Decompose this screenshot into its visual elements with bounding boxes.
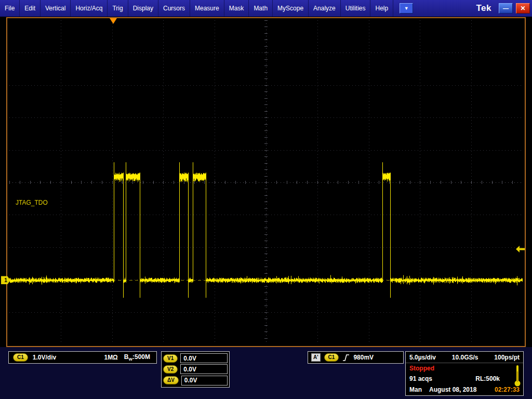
horizontal-readout[interactable]: 5.0µs/div 10.0GS/s 100ps/pt	[406, 352, 523, 363]
menu-item-edit[interactable]: Edit	[20, 0, 41, 17]
chevron-down-icon: ▼	[404, 6, 409, 11]
menu-item-utilities[interactable]: Utilities	[341, 0, 371, 17]
cursor-badge: V2	[163, 365, 178, 374]
trigger-event-badge: A'	[311, 353, 321, 362]
menu-bar: FileEditVerticalHoriz/AcqTrigDisplayCurs…	[0, 0, 532, 17]
channel-bandwidth: BW:500M	[124, 353, 150, 362]
cursor-row[interactable]: ΔV0.0V	[163, 375, 228, 385]
menu-item-help[interactable]: Help	[370, 0, 393, 17]
cursor-row[interactable]: V10.0V	[163, 353, 228, 364]
trigger-level-marker[interactable]	[516, 245, 525, 253]
bandwidth-value: :500M	[132, 353, 150, 361]
graticule-area: JTAG_TDO 1	[6, 17, 526, 347]
channel-badge: C1	[13, 353, 28, 362]
cursor-value: 0.0V	[180, 353, 228, 363]
record-length: RL:500k	[475, 375, 500, 382]
cursor-readout-rows: V10.0VV20.0VΔV0.0V	[161, 351, 230, 388]
acquisition-mode: Man	[409, 386, 422, 393]
menu-item-myscope[interactable]: MyScope	[273, 0, 309, 17]
menu-item-math[interactable]: Math	[249, 0, 273, 17]
readout-bar: C1 1.0V/div 1MΩ BW:500M V10.0VV20.0VΔV0.…	[0, 347, 532, 399]
trigger-level-value: 980mV	[353, 354, 374, 361]
menu-item-measure[interactable]: Measure	[190, 0, 224, 17]
close-button[interactable]: ✕	[516, 3, 530, 14]
menu-items: FileEditVerticalHoriz/AcqTrigDisplayCurs…	[0, 0, 393, 17]
trigger-level-arrow-icon	[516, 245, 525, 253]
channel1-marker-label: 1	[4, 277, 7, 283]
minimize-button[interactable]: —	[499, 3, 513, 14]
window-controls: Tek — ✕	[476, 3, 532, 14]
trigger-readout[interactable]: A' C1 980mV	[308, 351, 404, 364]
channel-impedance: 1MΩ	[104, 354, 117, 361]
resolution: 100ps/pt	[494, 354, 520, 361]
cursor-value: 0.0V	[180, 364, 228, 374]
menu-item-horiz-acq[interactable]: Horiz/Acq	[71, 0, 108, 17]
sample-rate: 10.0GS/s	[452, 354, 478, 361]
acquisition-status: Stopped	[409, 365, 434, 372]
cursor-row[interactable]: V20.0V	[163, 364, 228, 375]
waveform-canvas[interactable]	[9, 20, 523, 344]
channel-readout[interactable]: C1 1.0V/div 1MΩ BW:500M	[8, 351, 157, 364]
bandwidth-sub: W	[128, 357, 132, 362]
signal-label: JTAG_TDO	[16, 199, 48, 206]
menu-item-file[interactable]: File	[0, 0, 20, 17]
menu-item-mask[interactable]: Mask	[224, 0, 249, 17]
channel-scale: 1.0V/div	[33, 354, 56, 361]
minimize-icon: —	[503, 5, 509, 11]
acquisition-mode-row: Man August 08, 2018 02:27:33	[406, 384, 523, 395]
close-icon: ✕	[520, 5, 525, 12]
menu-item-analyze[interactable]: Analyze	[309, 0, 341, 17]
acquisition-count: 91 acqs	[409, 375, 432, 382]
horizontal-acquisition-readout: 5.0µs/div 10.0GS/s 100ps/pt Stopped 91 a…	[405, 351, 524, 396]
rising-edge-icon	[342, 354, 350, 362]
menu-item-vertical[interactable]: Vertical	[41, 0, 71, 17]
time-per-div: 5.0µs/div	[409, 354, 436, 361]
cursor-value: 0.0V	[181, 376, 228, 385]
tek-logo: Tek	[476, 3, 496, 14]
cursor-badge: ΔV	[163, 376, 179, 384]
menu-item-trig[interactable]: Trig	[108, 0, 128, 17]
menu-item-cursors[interactable]: Cursors	[158, 0, 190, 17]
acquisition-status-row: Stopped	[406, 363, 523, 374]
acquisition-count-row: 91 acqs RL:500k	[406, 374, 523, 384]
menu-dropdown-button[interactable]: ▼	[400, 3, 413, 14]
trigger-source-badge: C1	[324, 353, 339, 362]
menu-item-display[interactable]: Display	[128, 0, 158, 17]
date-readout: August 08, 2018	[429, 386, 476, 393]
trigger-position-marker[interactable]	[110, 18, 117, 24]
cursor-badge: V1	[163, 354, 178, 363]
temperature-icon	[514, 364, 521, 389]
